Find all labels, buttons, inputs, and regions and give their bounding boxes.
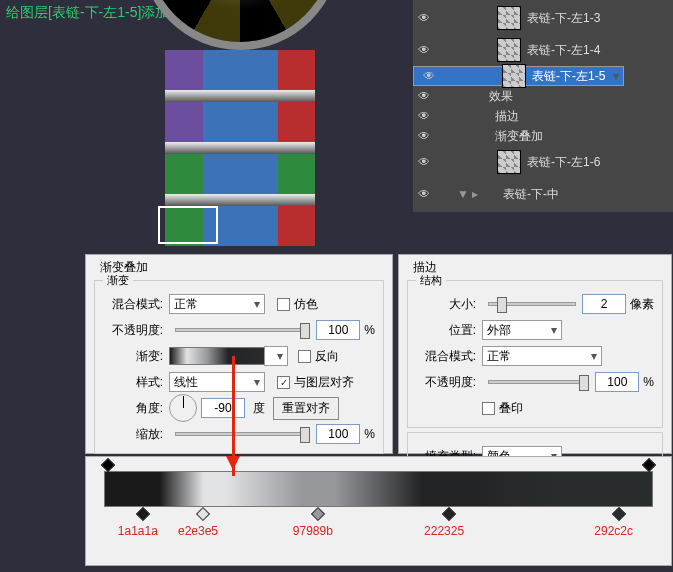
layer-thumb [497,150,521,174]
layer-thumb [502,64,526,88]
align-checkbox[interactable]: ✓ [277,376,290,389]
fx-name: 渐变叠加 [495,128,543,145]
eye-icon[interactable]: 👁 [413,89,435,103]
align-label: 与图层对齐 [294,374,354,391]
opacity-stop[interactable] [101,458,115,472]
eye-icon[interactable]: 👁 [413,187,435,201]
gradient-swatch[interactable] [169,347,265,365]
eye-icon[interactable]: 👁 [413,109,435,123]
layer-row[interactable]: 👁表链-下-左1-4 [413,34,673,66]
blend-mode-select[interactable]: 正常 [169,294,265,314]
layer-name: 表链-下-中 [503,186,559,203]
opacity-slider[interactable] [175,328,310,332]
opacity-stop[interactable] [642,458,656,472]
angle-input[interactable]: -90 [201,398,245,418]
opacity-input[interactable]: 100 [316,320,360,340]
dither-label: 仿色 [294,296,318,313]
reset-align-button[interactable]: 重置对齐 [273,397,339,420]
eye-icon[interactable]: 👁 [413,129,435,143]
grad-label: 渐变: [103,348,163,365]
size-label: 大小: [416,296,476,313]
stop-hex: 1a1a1a [118,524,158,538]
opacity-slider[interactable] [488,380,589,384]
layer-row[interactable]: 👁表链-下-左1-6 [413,146,673,178]
position-select[interactable]: 外部 [482,320,562,340]
gradient-overlay-dialog: 渐变叠加 渐变 混合模式:正常仿色 不透明度:100% 渐变:反向 样式:线性✓… [85,254,393,454]
opacity-label: 不透明度: [103,322,163,339]
style-label: 样式: [103,374,163,391]
reverse-label: 反向 [315,348,339,365]
stop-hex: 292c2c [594,524,633,538]
fx-name: 描边 [495,108,519,125]
layer-name: 表链-下-左1-6 [527,154,600,171]
blend-label: 混合模式: [103,296,163,313]
layer-thumb [497,38,521,62]
style-select[interactable]: 线性 [169,372,265,392]
layer-row[interactable]: 👁▼ ▸表链-下-中 [413,178,673,210]
dither-checkbox[interactable] [277,298,290,311]
color-stop[interactable] [442,507,456,521]
color-stop[interactable] [311,507,325,521]
size-slider[interactable] [488,302,576,306]
layer-name: 表链-下-左1-5 [532,68,605,85]
group-label: 渐变 [103,273,133,288]
annotation-arrow [232,356,235,476]
scale-slider[interactable] [175,432,310,436]
layer-name: 表链-下-左1-4 [527,42,600,59]
overprint-checkbox[interactable] [482,402,495,415]
layer-fx-item[interactable]: 👁 描边 [413,106,673,126]
scale-input[interactable]: 100 [316,424,360,444]
angle-dial[interactable] [169,394,197,422]
scale-label: 缩放: [103,426,163,443]
gradient-editor: 1a1a1a e2e3e5 97989b 222325 292c2c [85,456,672,566]
size-input[interactable]: 2 [582,294,626,314]
gradient-picker[interactable] [264,346,288,366]
group-label: 结构 [416,273,446,288]
eye-icon[interactable]: 👁 [413,43,435,57]
layers-panel: 👁表链-下-左1-3 👁表链-下-左1-4 👁表链-下-左1-5 👁 效果 👁 … [413,0,673,212]
stop-hex: 222325 [424,524,464,538]
layer-name: 表链-下-左1-3 [527,10,600,27]
blend-label: 混合模式: [416,348,476,365]
stop-hex: e2e3e5 [178,524,218,538]
color-stop[interactable] [136,507,150,521]
stroke-dialog: 描边 结构 大小:2像素 位置:外部 混合模式:正常 不透明度:100% 叠印 … [398,254,672,454]
color-stop[interactable] [612,507,626,521]
layer-thumb [497,6,521,30]
opacity-input[interactable]: 100 [595,372,639,392]
eye-icon[interactable]: 👁 [413,11,435,25]
color-stop[interactable] [196,507,210,521]
eye-icon[interactable]: 👁 [413,155,435,169]
bracelet [165,50,315,250]
stop-hex: 97989b [293,524,333,538]
blend-mode-select[interactable]: 正常 [482,346,602,366]
layer-fx[interactable]: 👁 效果 [413,86,673,106]
overprint-label: 叠印 [499,400,523,417]
fx-label: 效果 [489,88,513,105]
angle-label: 角度: [103,400,163,417]
position-label: 位置: [416,322,476,339]
eye-icon[interactable]: 👁 [418,69,440,83]
layer-row[interactable]: 👁表链-下-左1-3 [413,2,673,34]
watch-face [140,0,340,50]
layer-fx-item[interactable]: 👁 渐变叠加 [413,126,673,146]
opacity-label: 不透明度: [416,374,476,391]
reverse-checkbox[interactable] [298,350,311,363]
watch-preview [120,0,390,250]
layer-row-selected[interactable]: 👁表链-下-左1-5 [413,66,624,86]
gradient-bar[interactable]: 1a1a1a e2e3e5 97989b 222325 292c2c [104,471,653,507]
